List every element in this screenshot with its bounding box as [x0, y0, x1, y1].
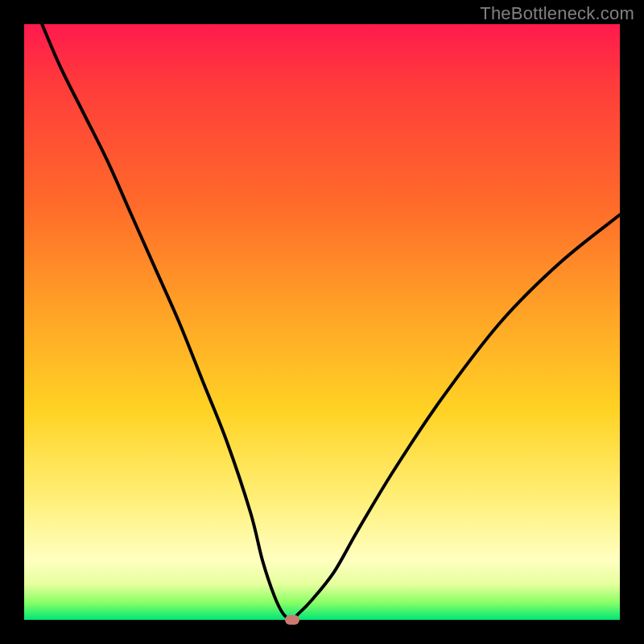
bottleneck-curve — [24, 24, 620, 620]
watermark-text: TheBottleneck.com — [480, 3, 634, 24]
plot-area — [24, 24, 620, 620]
chart-frame: TheBottleneck.com — [0, 0, 644, 644]
curve-path — [42, 24, 620, 620]
min-marker — [285, 615, 299, 625]
